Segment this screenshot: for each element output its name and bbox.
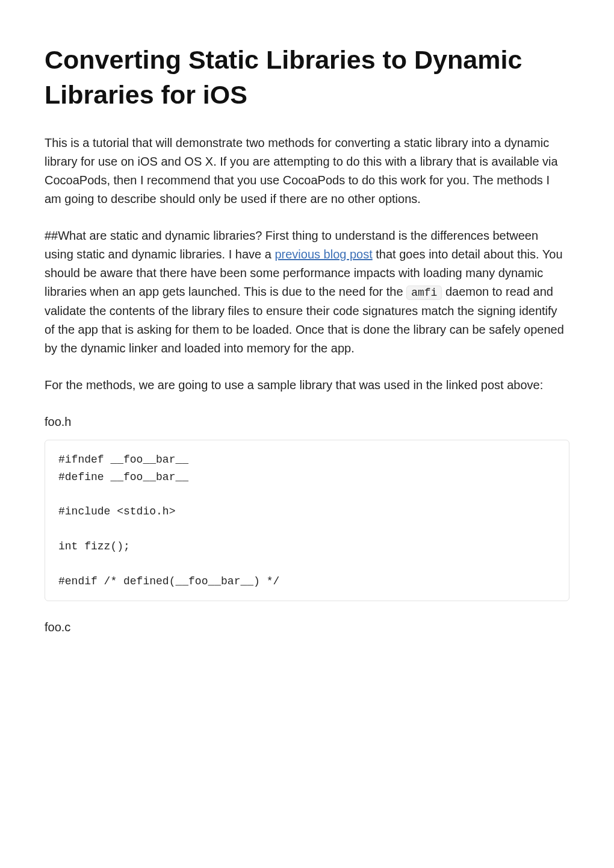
page-title: Converting Static Libraries to Dynamic L…	[45, 42, 569, 112]
intro-paragraph: This is a tutorial that will demonstrate…	[45, 134, 569, 208]
explanation-paragraph: ##What are static and dynamic libraries?…	[45, 226, 569, 358]
previous-blog-post-link[interactable]: previous blog post	[274, 248, 372, 261]
code-block-foo-h: #ifndef __foo__bar__ #define __foo__bar_…	[45, 440, 569, 601]
sample-intro-paragraph: For the methods, we are going to use a s…	[45, 376, 569, 395]
document-page: Converting Static Libraries to Dynamic L…	[0, 0, 614, 868]
filename-foo-c: foo.c	[45, 618, 569, 637]
filename-foo-h: foo.h	[45, 413, 569, 431]
inline-code-amfi: amfi	[406, 286, 442, 300]
